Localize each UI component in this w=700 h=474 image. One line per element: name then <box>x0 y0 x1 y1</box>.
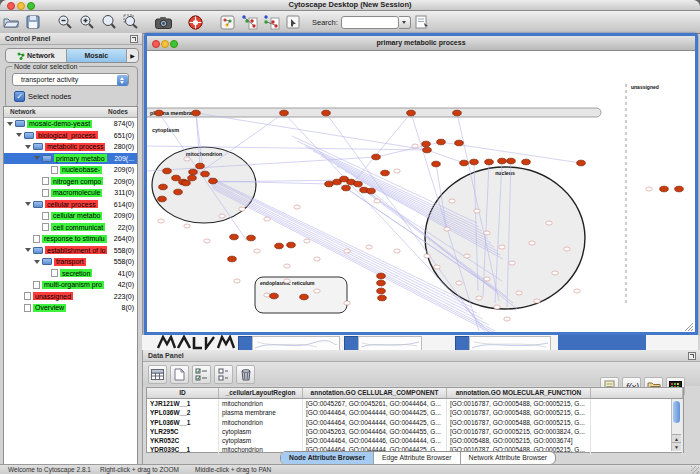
attribute-table-icon[interactable] <box>148 365 167 384</box>
background-window-titlebar[interactable] <box>558 335 646 350</box>
column-header-cellular-component[interactable]: annotation.GO CELLULAR_COMPONENT <box>303 388 447 398</box>
tree-label: cell communicat <box>51 223 105 231</box>
zoom-fit-icon[interactable] <box>122 14 140 30</box>
dropdown-stepper[interactable] <box>117 75 128 86</box>
network-view-frame: primary metabolic process plasma membran… <box>144 33 698 335</box>
tab-overflow-arrow[interactable]: ▶ <box>127 49 138 62</box>
tree-column-nodes[interactable]: Nodes <box>108 108 128 115</box>
tree-node-count: 42(0) <box>118 281 134 288</box>
search-label: Search: <box>312 18 338 27</box>
table-row[interactable]: YLR295Ccytoplasm[GO:0045263, GO:0044464,… <box>147 427 683 436</box>
zoom-in-icon[interactable] <box>78 14 96 30</box>
tree-label: biological_process <box>36 131 98 139</box>
select-nodes-checkbox[interactable]: ✓ <box>14 91 25 102</box>
tree-row-response-to-stimulu[interactable]: response to stimulu264(0) <box>4 233 137 245</box>
table-cell: YDR039C__1 <box>147 445 219 454</box>
file-icon <box>33 235 40 243</box>
search-options-icon[interactable] <box>413 14 431 30</box>
expand-arrow-icon[interactable] <box>25 202 31 206</box>
tree-row-overview[interactable]: Overview8(0) <box>4 302 137 314</box>
table-row[interactable]: YPL036W__1mitochondrion[GO:0044464, GO:0… <box>147 418 683 427</box>
tree-row-establishment-of-lo[interactable]: establishment of lo558(0) <box>4 245 137 257</box>
background-window-icon[interactable] <box>455 336 470 350</box>
tab-edge-attribute-browser[interactable]: Edge Attribute Browser <box>374 452 461 464</box>
tree-row-nucleobase-[interactable]: nucleobase-209(0) <box>4 164 137 176</box>
table-cell: [GO:0005488, GO:0005215, GO:0003674] <box>447 436 591 445</box>
tree-row-mosaic-demo-yeast[interactable]: mosaic-demo-yeast874(0) <box>4 118 137 130</box>
tree-row-transport[interactable]: transport558(0) <box>4 256 137 268</box>
scrollbar-thumb[interactable] <box>673 401 680 423</box>
background-window[interactable] <box>358 336 422 350</box>
zoom-out-icon[interactable] <box>56 14 74 30</box>
tree-column-network[interactable]: Network <box>10 108 36 115</box>
background-window[interactable] <box>469 336 551 350</box>
tab-network-attribute-browser[interactable]: Network Attribute Browser <box>461 452 556 464</box>
main-toolbar: Search: <box>0 11 700 34</box>
column-header-id[interactable]: ID <box>147 388 219 398</box>
tab-network[interactable]: Network <box>6 49 67 62</box>
snapshot-icon[interactable] <box>154 14 172 30</box>
tab-node-attribute-browser[interactable]: Node Attribute Browser <box>281 452 374 464</box>
table-cell: [GO:0016787, GO:0005488, GO:0005215, G..… <box>447 408 591 417</box>
table-row[interactable]: YPL036W__2plasma membrane[GO:0044464, GO… <box>147 408 683 417</box>
save-icon[interactable] <box>24 14 42 30</box>
tree-label: establishment of lo <box>45 246 107 254</box>
expand-arrow-icon[interactable] <box>25 248 31 252</box>
expand-arrow-icon[interactable] <box>16 133 22 137</box>
float-panel-icon[interactable] <box>688 352 696 360</box>
tree-row-cellular-process[interactable]: cellular process614(0) <box>4 199 137 211</box>
tree-label: multi-organism pro <box>42 281 104 289</box>
app-titlebar[interactable]: Cytoscape Desktop (New Session) <box>0 0 700 11</box>
tab-mosaic[interactable]: Mosaic <box>67 49 128 62</box>
file-icon <box>42 223 49 231</box>
float-panel-icon[interactable] <box>130 35 138 43</box>
tree-row-macromolecule[interactable]: macromolecule311(0) <box>4 187 137 199</box>
column-header-region[interactable]: _cellularLayoutRegion <box>219 388 303 398</box>
tree-row-primary-metabo[interactable]: primary metabo209(... <box>4 153 137 165</box>
tree-row-biological-process[interactable]: biological_process651(0) <box>4 130 137 142</box>
tree-node-count: 558(0) <box>114 258 134 265</box>
create-attribute-icon[interactable] <box>170 365 189 384</box>
layout-1-icon[interactable] <box>240 14 258 30</box>
search-dropdown-arrow[interactable] <box>399 16 411 29</box>
unselect-attributes-icon[interactable] <box>214 365 233 384</box>
search-input[interactable] <box>341 16 399 29</box>
zoom-actual-icon[interactable] <box>100 14 118 30</box>
table-row[interactable]: YJR121W__1mitochondrion[GO:0045267, GO:0… <box>147 399 683 408</box>
column-header-molecular-function[interactable]: annotation.GO MOLECULAR_FUNCTION <box>447 388 591 398</box>
expand-arrow-icon[interactable] <box>34 260 40 264</box>
expand-arrow-icon[interactable] <box>34 156 40 160</box>
background-window-icon[interactable] <box>344 336 359 350</box>
window-resize-grip[interactable] <box>691 466 699 474</box>
help-icon[interactable] <box>186 14 204 30</box>
annotation-icon[interactable] <box>284 14 302 30</box>
background-window-icon[interactable] <box>238 336 253 350</box>
tree-row-unassigned[interactable]: unassigned223(0) <box>4 291 137 303</box>
background-window[interactable] <box>252 336 340 350</box>
delete-attribute-icon[interactable] <box>236 365 255 384</box>
tree-row-multi-organism-pro[interactable]: multi-organism pro42(0) <box>4 279 137 291</box>
tree-node-count: 223(0) <box>114 293 134 300</box>
svg-text:mitochondrion: mitochondrion <box>186 151 222 157</box>
table-row[interactable]: YKR052Ccytoplasm[GO:0044464, GO:0044446,… <box>147 436 683 445</box>
network-canvas[interactable]: plasma membranecytoplasmmitochondrionnuc… <box>147 51 695 332</box>
tree-row-secretion[interactable]: secretion41(0) <box>4 268 137 280</box>
scroll-down-button[interactable]: ▼ <box>672 442 681 451</box>
tree-row-nitrogen-compo[interactable]: nitrogen compo209(0) <box>4 176 137 188</box>
network-overview-icon[interactable] <box>218 14 236 30</box>
select-attributes-icon[interactable] <box>192 365 211 384</box>
tree-row-cell-communicat[interactable]: cell communicat22(0) <box>4 222 137 234</box>
layout-2-icon[interactable] <box>262 14 280 30</box>
folder-icon <box>33 247 43 254</box>
node-color-dropdown[interactable]: transporter activity <box>12 73 129 86</box>
tree-row-cellular-metabo[interactable]: cellular metabo209(0) <box>4 210 137 222</box>
tree-row-metabolic-process[interactable]: metabolic process280(0) <box>4 141 137 153</box>
network-view-titlebar[interactable]: primary metabolic process <box>147 36 695 51</box>
open-icon[interactable] <box>2 14 20 30</box>
status-pan-hint: Middle-click + drag to PAN <box>195 466 271 473</box>
tree-node-count: 614(0) <box>114 201 134 208</box>
expand-arrow-icon[interactable] <box>7 122 13 126</box>
table-cell: [GO:0044464, GO:0044446, GO:0044444, G..… <box>303 436 447 445</box>
expand-arrow-icon[interactable] <box>25 145 31 149</box>
table-scrollbar[interactable]: ▲ ▼ <box>671 399 682 451</box>
